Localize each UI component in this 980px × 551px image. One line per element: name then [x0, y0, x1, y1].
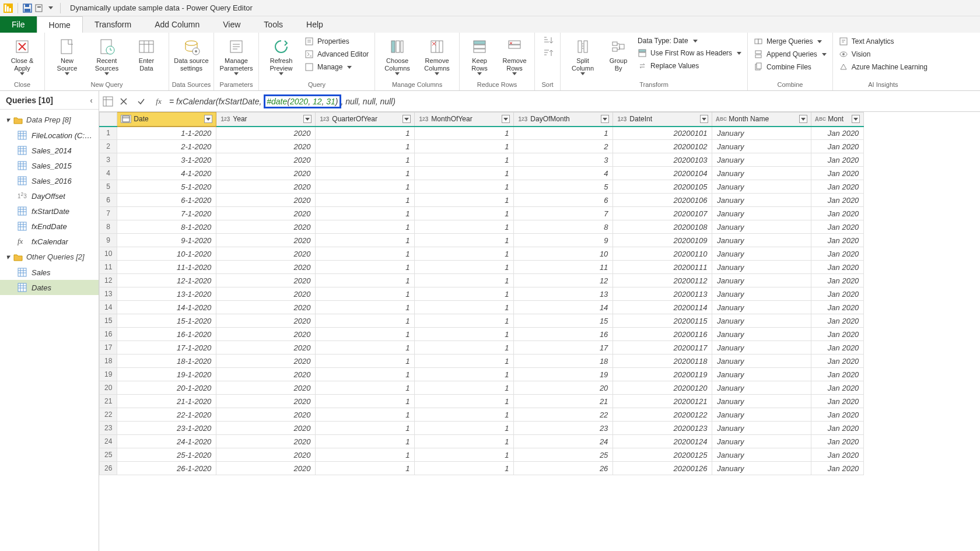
- sort-asc-button[interactable]: [541, 35, 555, 47]
- cell[interactable]: 6-1-2020: [117, 194, 216, 207]
- cell[interactable]: January: [712, 462, 811, 475]
- cell[interactable]: 20200113: [613, 287, 712, 301]
- cell[interactable]: 2020: [216, 274, 316, 287]
- tab-file[interactable]: File: [0, 16, 37, 33]
- query-item[interactable]: 123DayOffset: [0, 188, 99, 203]
- column-dropdown-icon[interactable]: [601, 115, 609, 123]
- cell[interactable]: 1: [415, 408, 514, 422]
- column-dropdown-icon[interactable]: [502, 115, 510, 123]
- cell[interactable]: 2020: [216, 247, 316, 261]
- cell[interactable]: Jan 2020: [811, 355, 864, 368]
- cell[interactable]: January: [712, 127, 811, 140]
- column-header[interactable]: 123DateInt: [613, 113, 712, 127]
- cell[interactable]: 1: [415, 448, 514, 462]
- cell[interactable]: 1: [316, 301, 415, 314]
- cell[interactable]: 1: [415, 247, 514, 261]
- cell[interactable]: 20200110: [613, 247, 712, 261]
- tab-view[interactable]: View: [211, 16, 252, 33]
- column-dropdown-icon[interactable]: [204, 115, 212, 123]
- cell[interactable]: 20200126: [613, 462, 712, 475]
- cell[interactable]: 20200124: [613, 435, 712, 448]
- cell[interactable]: January: [712, 395, 811, 408]
- cell[interactable]: Jan 2020: [811, 435, 864, 448]
- row-number-header[interactable]: [100, 113, 117, 127]
- cell[interactable]: 1: [316, 422, 415, 435]
- cell[interactable]: 1: [316, 153, 415, 167]
- tab-home[interactable]: Home: [37, 16, 83, 33]
- cell[interactable]: 1: [415, 462, 514, 475]
- type-number-icon[interactable]: 123: [319, 115, 330, 123]
- cell[interactable]: 20200120: [613, 381, 712, 395]
- cell[interactable]: 7-1-2020: [117, 207, 216, 220]
- cell[interactable]: 1: [316, 261, 415, 274]
- cell[interactable]: 1: [316, 381, 415, 395]
- cell[interactable]: 2020: [216, 435, 316, 448]
- cell[interactable]: 1: [415, 314, 514, 328]
- save-icon[interactable]: [23, 3, 32, 13]
- row-number-cell[interactable]: 12: [100, 274, 117, 287]
- cell[interactable]: 20200116: [613, 328, 712, 341]
- table-row[interactable]: 2424-1-20202020112420200124JanuaryJan 20…: [100, 435, 864, 448]
- cell[interactable]: 20200101: [613, 127, 712, 140]
- cell[interactable]: Jan 2020: [811, 261, 864, 274]
- cell[interactable]: 2020: [216, 422, 316, 435]
- cell[interactable]: 20200122: [613, 408, 712, 422]
- cell[interactable]: 20200112: [613, 274, 712, 287]
- cell[interactable]: January: [712, 314, 811, 328]
- cell[interactable]: January: [712, 247, 811, 261]
- collapse-queries-icon[interactable]: ‹: [90, 96, 93, 105]
- cell[interactable]: 1: [415, 127, 514, 140]
- cell[interactable]: January: [712, 220, 811, 234]
- cell[interactable]: 2020: [216, 381, 316, 395]
- cell[interactable]: 10-1-2020: [117, 247, 216, 261]
- table-row[interactable]: 99-1-2020202011920200109JanuaryJan 2020: [100, 234, 864, 247]
- cell[interactable]: 2-1-2020: [117, 140, 216, 153]
- cell[interactable]: 8: [514, 220, 613, 234]
- table-row[interactable]: 1818-1-20202020111820200118JanuaryJan 20…: [100, 355, 864, 368]
- table-row[interactable]: 44-1-2020202011420200104JanuaryJan 2020: [100, 167, 864, 180]
- cell[interactable]: 1: [316, 328, 415, 341]
- cell[interactable]: 23-1-2020: [117, 422, 216, 435]
- table-row[interactable]: 2121-1-20202020112120200121JanuaryJan 20…: [100, 395, 864, 408]
- cell[interactable]: 24: [514, 435, 613, 448]
- cell[interactable]: Jan 2020: [811, 368, 864, 381]
- cell[interactable]: 14: [514, 301, 613, 314]
- tab-help[interactable]: Help: [295, 16, 335, 33]
- cell[interactable]: 9: [514, 234, 613, 247]
- cell[interactable]: 2020: [216, 462, 316, 475]
- column-header[interactable]: ABCMont: [811, 113, 864, 127]
- column-dropdown-icon[interactable]: [303, 115, 312, 123]
- cell[interactable]: 12: [514, 274, 613, 287]
- row-number-cell[interactable]: 9: [100, 234, 117, 247]
- cell[interactable]: 1: [316, 287, 415, 301]
- cell[interactable]: 1: [415, 220, 514, 234]
- cell[interactable]: 1: [415, 194, 514, 207]
- cell[interactable]: Jan 2020: [811, 153, 864, 167]
- table-row[interactable]: 1212-1-20202020111220200112JanuaryJan 20…: [100, 274, 864, 287]
- cell[interactable]: 20200106: [613, 194, 712, 207]
- cell[interactable]: 20200125: [613, 448, 712, 462]
- row-number-cell[interactable]: 24: [100, 435, 117, 448]
- cell[interactable]: 2020: [216, 167, 316, 180]
- cell[interactable]: 2020: [216, 207, 316, 220]
- cell[interactable]: January: [712, 341, 811, 355]
- cell[interactable]: 3: [514, 153, 613, 167]
- query-item[interactable]: Sales_2016: [0, 173, 99, 188]
- table-corner-icon[interactable]: [103, 96, 113, 107]
- cell[interactable]: 16-1-2020: [117, 328, 216, 341]
- cell[interactable]: Jan 2020: [811, 395, 864, 408]
- cell[interactable]: 2020: [216, 328, 316, 341]
- new-source-button[interactable]: New Source: [48, 35, 86, 78]
- properties-button[interactable]: Properties: [302, 36, 371, 47]
- cell[interactable]: 17-1-2020: [117, 341, 216, 355]
- type-text-icon[interactable]: ABC: [815, 115, 825, 123]
- cell[interactable]: 1: [415, 368, 514, 381]
- recent-sources-button[interactable]: Recent Sources: [88, 35, 125, 78]
- cell[interactable]: 20200121: [613, 395, 712, 408]
- cell[interactable]: 11-1-2020: [117, 261, 216, 274]
- column-header[interactable]: 123QuarterOfYear: [316, 113, 415, 127]
- text-analytics-button[interactable]: Text Analytics: [836, 36, 930, 47]
- combine-files-button[interactable]: Combine Files: [751, 62, 829, 72]
- data-grid[interactable]: Date123Year123QuarterOfYear123MonthOfYea…: [99, 112, 864, 475]
- cell[interactable]: Jan 2020: [811, 234, 864, 247]
